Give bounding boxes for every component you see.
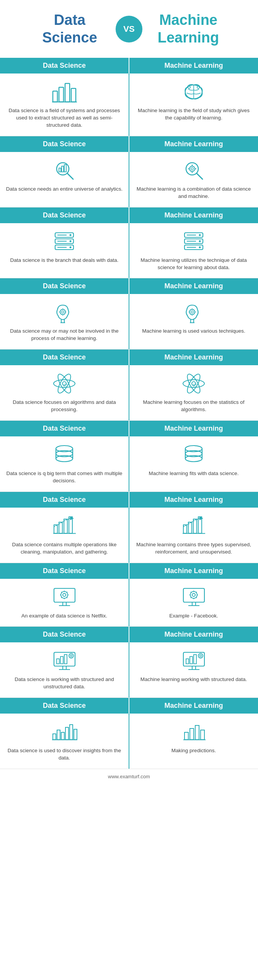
svg-line-118 — [196, 592, 197, 593]
header-right-title: MachineLearning — [146, 11, 230, 46]
svg-rect-148 — [61, 732, 64, 740]
atom-icon-right: 010 101 — [180, 372, 207, 395]
section-header-1-right: Machine Learning — [129, 58, 258, 74]
svg-rect-137 — [186, 659, 189, 664]
text-1-right: Machine learning is the field of study w… — [135, 107, 253, 122]
section-header-9-left: Data Science — [0, 627, 129, 642]
text-10-right: Making predictions. — [171, 747, 216, 755]
section-header-3: Data Science Machine Learning — [0, 207, 258, 223]
text-2-left: Data science needs an entire universe of… — [6, 186, 123, 193]
monitor-chart-gear-icon-right — [180, 649, 207, 672]
text-9-right: Machine learning working with structured… — [140, 676, 247, 683]
head-cog-icon-right — [180, 301, 207, 324]
section-header-6: Data Science Machine Learning — [0, 421, 258, 436]
section-header-2-left: Data Science — [0, 136, 129, 152]
content-cell-9-left: Data science is working with structured … — [0, 642, 129, 697]
bar-chart2-icon — [51, 720, 78, 743]
content-cell-5-left: 010 101 Data science focuses on algorith… — [0, 365, 129, 420]
svg-rect-139 — [194, 655, 196, 664]
content-row-1: Data science is a field of systems and p… — [0, 74, 258, 136]
server-icon-right — [180, 230, 207, 253]
text-4-right: Machine learning is used various techniq… — [142, 328, 245, 335]
content-row-10: Data science is used to discover insight… — [0, 714, 258, 769]
bar-chart3-icon — [180, 720, 207, 743]
database-icon-right — [180, 443, 207, 466]
svg-point-97 — [63, 593, 66, 596]
svg-rect-153 — [185, 732, 188, 740]
monitor-chart-gear-icon-left — [51, 649, 78, 672]
text-7-right: Machine learning contains three types su… — [135, 541, 253, 556]
svg-point-49 — [189, 309, 195, 315]
footer-url: www.examturf.com — [108, 774, 150, 779]
magnify-gear-icon — [180, 159, 207, 182]
content-cell-2-right: Machine learning is a combination of dat… — [129, 152, 258, 207]
svg-point-111 — [192, 593, 195, 596]
svg-line-117 — [196, 597, 197, 598]
monitor-gear-icon-left — [51, 586, 78, 609]
svg-point-34 — [199, 234, 201, 236]
content-cell-3-left: Data science is the branch that deals wi… — [0, 223, 129, 278]
content-cell-8-left: An example of data science is Netflix. — [0, 579, 129, 627]
text-7-left: Data science contains multiple operation… — [5, 541, 123, 556]
svg-point-26 — [69, 240, 71, 242]
content-cell-10-right: Making predictions. — [129, 714, 258, 769]
section-header-8-right: Machine Learning — [129, 563, 258, 579]
text-4-left: Data science may or may not be involved … — [5, 328, 123, 342]
section-header-8-left: Data Science — [0, 563, 129, 579]
content-row-2: Data science needs an entire universe of… — [0, 152, 258, 207]
section-header-4: Data Science Machine Learning — [0, 278, 258, 294]
svg-rect-156 — [201, 730, 204, 740]
svg-rect-126 — [64, 655, 67, 664]
section-header-1-left: Data Science — [0, 58, 129, 74]
section-header-6-left: Data Science — [0, 421, 129, 436]
vs-badge: VS — [116, 16, 142, 42]
svg-point-35 — [199, 240, 201, 242]
svg-rect-147 — [57, 730, 60, 740]
section-header-10: Data Science Machine Learning — [0, 698, 258, 714]
svg-rect-155 — [195, 725, 199, 740]
page-header: DataScience VS MachineLearning — [0, 0, 258, 58]
svg-rect-3 — [71, 88, 76, 102]
svg-rect-106 — [183, 588, 204, 602]
content-cell-3-right: Machine learning utilizes the technique … — [129, 223, 258, 278]
section-header-7-right: Machine Learning — [129, 492, 258, 508]
section-header-6-right: Machine Learning — [129, 421, 258, 436]
content-row-9: Data science is working with structured … — [0, 642, 258, 698]
section-header-1: Data Science Machine Learning — [0, 58, 258, 74]
content-cell-8-right: Example - Facebook. — [129, 579, 258, 627]
section-header-5-left: Data Science — [0, 350, 129, 365]
content-cell-6-left: Data science is q big term that comes wi… — [0, 436, 129, 492]
svg-point-128 — [70, 655, 72, 657]
svg-line-119 — [191, 597, 191, 598]
svg-point-36 — [199, 247, 201, 248]
content-cell-2-left: Data science needs an entire universe of… — [0, 152, 129, 207]
content-cell-10-left: Data science is used to discover insight… — [0, 714, 129, 769]
content-cell-7-right: Machine learning contains three types su… — [129, 508, 258, 563]
svg-rect-138 — [190, 657, 193, 664]
content-cell-4-right: Machine learning is used various techniq… — [129, 294, 258, 349]
section-header-9: Data Science Machine Learning — [0, 627, 258, 642]
section-header-10-left: Data Science — [0, 698, 129, 714]
svg-rect-151 — [74, 729, 77, 740]
svg-rect-92 — [54, 588, 75, 602]
head-cog-icon-left — [51, 301, 78, 324]
svg-point-40 — [60, 309, 65, 315]
svg-rect-125 — [60, 657, 63, 664]
svg-rect-154 — [190, 728, 194, 740]
text-2-right: Machine learning is a combination of dat… — [135, 186, 253, 200]
svg-rect-124 — [57, 659, 59, 664]
section-header-4-left: Data Science — [0, 278, 129, 294]
svg-line-10 — [67, 173, 73, 179]
text-8-left: An example of data science is Netflix. — [21, 612, 107, 620]
content-cell-9-right: Machine learning working with structured… — [129, 642, 258, 697]
section-header-3-right: Machine Learning — [129, 207, 258, 223]
svg-rect-2 — [65, 83, 70, 102]
svg-rect-150 — [70, 725, 73, 740]
header-left-title: DataScience — [28, 11, 112, 46]
section-header-9-right: Machine Learning — [129, 627, 258, 642]
svg-text:101: 101 — [63, 385, 67, 388]
text-3-left: Data science is the branch that deals wi… — [10, 257, 119, 264]
content-row-5: 010 101 Data science focuses on algorith… — [0, 365, 258, 421]
svg-point-41 — [62, 311, 64, 313]
section-header-2: Data Science Machine Learning — [0, 136, 258, 152]
